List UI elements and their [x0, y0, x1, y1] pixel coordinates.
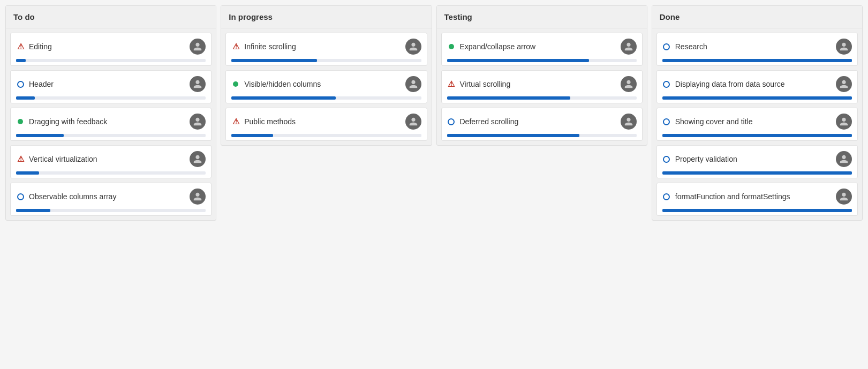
card-header[interactable]: Header [10, 70, 212, 103]
avatar[interactable] [190, 114, 206, 130]
column-header-inprogress: In progress [221, 6, 431, 28]
person-icon [193, 154, 202, 164]
progress-bar-fill [662, 134, 852, 137]
card-title-text: formatFunction and formatSettings [675, 192, 790, 201]
avatar[interactable] [405, 76, 421, 92]
card-infinite-scroll[interactable]: ⚠Infinite scrolling [225, 33, 427, 66]
progress-bar-fill [662, 209, 852, 212]
card-deferred-scroll[interactable]: Deferred scrolling [441, 108, 643, 141]
circle-green [233, 81, 238, 87]
card-title-text: Showing cover and title [675, 117, 753, 126]
warning-icon: ⚠ [16, 155, 25, 163]
card-title-text: Visible/hidden columns [244, 80, 321, 88]
avatar[interactable] [836, 114, 852, 130]
avatar[interactable] [405, 114, 421, 130]
warning-triangle: ⚠ [232, 117, 239, 126]
progress-bar-fill [662, 59, 852, 62]
card-title-row: ⚠Virtual scrolling [447, 80, 511, 88]
card-title-row: formatFunction and formatSettings [662, 192, 790, 201]
avatar[interactable] [190, 39, 206, 55]
circle-outline [17, 193, 24, 200]
circle-outline [17, 81, 24, 88]
card-format-function[interactable]: formatFunction and formatSettings [656, 183, 858, 216]
card-visible-hidden[interactable]: Visible/hidden columns [225, 70, 427, 103]
circle-outline-icon [662, 42, 671, 51]
progress-bar-bg [16, 171, 206, 175]
warning-triangle: ⚠ [232, 42, 239, 51]
warning-icon: ⚠ [231, 117, 240, 126]
person-icon [193, 192, 202, 201]
progress-bar-fill [16, 171, 39, 175]
card-editing[interactable]: ⚠Editing [10, 33, 212, 66]
progress-bar-bg [662, 209, 852, 212]
card-title-row: ⚠Vertical virtualization [16, 155, 97, 163]
card-property-validation[interactable]: Property validation [656, 145, 858, 178]
card-virtual-scroll[interactable]: ⚠Virtual scrolling [441, 70, 643, 103]
card-top-row: Dragging with feedback [16, 114, 206, 130]
progress-bar-fill [447, 59, 590, 62]
card-title-row: Showing cover and title [662, 117, 753, 126]
avatar[interactable] [190, 151, 206, 167]
card-vertical-virt[interactable]: ⚠Vertical virtualization [10, 145, 212, 178]
column-inprogress: In progress⚠Infinite scrolling Visible/h… [221, 5, 432, 146]
warning-triangle: ⚠ [17, 42, 24, 51]
card-title-text: Virtual scrolling [460, 80, 511, 88]
card-top-row: Displaying data from data source [662, 76, 852, 92]
card-title-row: Header [16, 80, 54, 88]
card-research[interactable]: Research [656, 33, 858, 66]
progress-bar-fill [447, 96, 570, 100]
circle-outline [663, 118, 670, 125]
person-icon [193, 79, 202, 89]
progress-bar-bg [662, 134, 852, 137]
card-expand-collapse[interactable]: Expand/collapse arrow [441, 33, 643, 66]
progress-bar-fill [231, 134, 273, 137]
circle-outline [663, 193, 670, 200]
person-icon [839, 192, 849, 201]
person-icon [624, 117, 633, 126]
card-title-text: Displaying data from data source [675, 80, 785, 88]
avatar[interactable] [190, 189, 206, 205]
card-title-text: Header [29, 80, 54, 88]
warning-icon: ⚠ [447, 80, 456, 88]
avatar[interactable] [836, 151, 852, 167]
avatar[interactable] [405, 39, 421, 55]
progress-bar-bg [662, 59, 852, 62]
card-top-row: ⚠Editing [16, 39, 206, 55]
card-top-row: Showing cover and title [662, 114, 852, 130]
avatar[interactable] [836, 76, 852, 92]
column-header-done: Done [652, 6, 862, 28]
avatar[interactable] [190, 76, 206, 92]
card-dragging[interactable]: Dragging with feedback [10, 108, 212, 141]
column-body-testing: Expand/collapse arrow ⚠Virtual scrolling… [437, 28, 647, 145]
card-top-row: ⚠Virtual scrolling [447, 76, 637, 92]
card-title-text: Public methods [244, 117, 296, 126]
avatar[interactable] [621, 76, 637, 92]
card-showing-cover[interactable]: Showing cover and title [656, 108, 858, 141]
progress-bar-bg [231, 134, 421, 137]
card-title-row: Displaying data from data source [662, 80, 785, 88]
progress-bar-bg [231, 59, 421, 62]
progress-bar-fill [231, 96, 336, 100]
card-top-row: ⚠Public methods [231, 114, 421, 130]
warning-triangle: ⚠ [448, 79, 455, 89]
avatar[interactable] [836, 39, 852, 55]
circle-outline-icon [16, 80, 25, 88]
avatar[interactable] [836, 189, 852, 205]
warning-icon: ⚠ [16, 42, 25, 51]
progress-bar-bg [16, 96, 206, 100]
card-displaying-data[interactable]: Displaying data from data source [656, 70, 858, 103]
circle-green [18, 119, 23, 124]
person-icon [193, 117, 202, 126]
progress-bar-fill [16, 134, 64, 137]
progress-bar-bg [16, 134, 206, 137]
progress-bar-fill [16, 59, 26, 62]
avatar[interactable] [621, 114, 637, 130]
column-todo: To do⚠Editing Header Dragging with feedb… [5, 5, 216, 221]
card-observable-cols[interactable]: Observable columns array [10, 183, 212, 216]
progress-bar-bg [231, 96, 421, 100]
card-top-row: ⚠Vertical virtualization [16, 151, 206, 167]
card-public-methods[interactable]: ⚠Public methods [225, 108, 427, 141]
avatar[interactable] [621, 39, 637, 55]
card-top-row: Research [662, 39, 852, 55]
card-title-row: ⚠Infinite scrolling [231, 42, 296, 51]
